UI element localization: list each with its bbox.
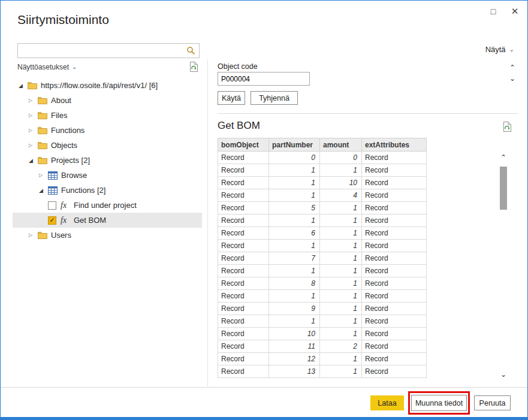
fx-glyph: fx xyxy=(61,216,67,225)
folder-icon xyxy=(38,96,49,104)
table-cell: 4 xyxy=(320,189,362,202)
display-options-dropdown[interactable]: Näyttöasetukset ⌄ xyxy=(17,63,77,71)
table-cell: Record xyxy=(362,227,427,240)
table-cell: 1 xyxy=(320,202,362,214)
table-cell: Record xyxy=(362,177,427,189)
table-cell: 1 xyxy=(320,265,362,277)
collapse-expander-icon[interactable]: ◢ xyxy=(28,158,38,164)
table-cell: 1 xyxy=(320,290,362,303)
table-cell: Record xyxy=(362,214,427,227)
tree-item-browse[interactable]: ▷Browse xyxy=(13,168,202,183)
search-input[interactable] xyxy=(18,44,182,58)
preview-table: bomObjectpartNumberamountextAttributes R… xyxy=(218,138,427,378)
folder-icon xyxy=(28,81,38,89)
scroll-up-icon[interactable]: ⌃ xyxy=(507,62,518,73)
table-row: Record91Record xyxy=(218,303,427,315)
tree-item-label: Functions xyxy=(51,126,85,135)
expand-expander-icon[interactable]: ▷ xyxy=(28,232,38,238)
table-cell: 1 xyxy=(320,164,362,177)
table-row: Record131Record xyxy=(218,365,427,378)
table-row: Record110Record xyxy=(218,177,427,189)
table-row: Record11Record xyxy=(218,164,427,177)
panel-divider xyxy=(207,59,208,386)
table-row: Record101Record xyxy=(218,328,427,340)
table-cell: Record xyxy=(218,365,269,378)
table-cell: Record xyxy=(218,290,269,303)
scrollbar-thumb[interactable] xyxy=(500,167,507,210)
scroll-down-icon[interactable]: ⌄ xyxy=(498,369,509,380)
refresh-icon[interactable] xyxy=(501,120,513,132)
table-cell: Record xyxy=(218,177,269,189)
table-row: Record51Record xyxy=(218,202,427,214)
close-button[interactable]: ✕ xyxy=(506,4,524,19)
search-icon[interactable] xyxy=(182,46,199,55)
table-cell: 1 xyxy=(320,365,362,378)
expand-expander-icon[interactable]: ▷ xyxy=(28,98,38,103)
table-icon xyxy=(48,186,59,195)
table-cell: Record xyxy=(218,315,269,328)
collapse-expander-icon[interactable]: ◢ xyxy=(38,188,48,194)
table-cell: Record xyxy=(218,214,269,227)
expand-expander-icon[interactable]: ▷ xyxy=(28,128,38,133)
table-row: Record61Record xyxy=(218,227,427,240)
table-cell: Record xyxy=(362,164,427,177)
tree-item-about[interactable]: ▷About xyxy=(13,93,202,108)
param-scrollbar: ⌃ ⌄ xyxy=(507,62,518,84)
close-icon: ✕ xyxy=(511,6,519,17)
table-cell: Record xyxy=(362,290,427,303)
table-cell: 1 xyxy=(320,353,362,365)
table-cell: Record xyxy=(362,315,427,328)
tree-item-get-bom[interactable]: ✓fxGet BOM xyxy=(13,213,202,228)
table-row: Record00Record xyxy=(218,152,427,164)
apply-button[interactable]: Käytä xyxy=(218,91,245,105)
scroll-down-icon[interactable]: ⌄ xyxy=(507,73,518,84)
refresh-icon[interactable] xyxy=(188,61,200,72)
column-header-amount: amount xyxy=(320,138,362,152)
scroll-up-icon[interactable]: ⌃ xyxy=(498,152,509,163)
tree-item-objects[interactable]: ▷Objects xyxy=(13,138,202,153)
table-cell: 10 xyxy=(269,328,320,340)
tree-item-functions-2[interactable]: ◢Functions [2] xyxy=(13,183,202,198)
tree-item-files[interactable]: ▷Files xyxy=(13,108,202,123)
table-cell: 13 xyxy=(269,365,320,378)
navigator-dialog: Siirtymistoiminto □ ✕ Näyttöasetukset ⌄ … xyxy=(0,0,528,420)
table-cell: 1 xyxy=(320,240,362,252)
tree-item-label: Browse xyxy=(61,171,87,180)
table-row: Record11Record xyxy=(218,240,427,252)
cancel-button[interactable]: Peruuta xyxy=(474,395,511,410)
tree-item-label: Files xyxy=(51,111,67,120)
view-dropdown[interactable]: Näytä ⌄ xyxy=(485,45,514,54)
table-row: Record81Record xyxy=(218,277,427,290)
tree-item-find-under-project[interactable]: fxFind under project xyxy=(13,198,202,213)
load-button[interactable]: Lataa xyxy=(370,395,404,410)
tree-item-users[interactable]: ▷Users xyxy=(13,228,202,243)
table-cell: Record xyxy=(218,353,269,365)
tree-item-functions[interactable]: ▷Functions xyxy=(13,123,202,138)
expand-expander-icon[interactable]: ▷ xyxy=(38,173,48,178)
table-cell: 0 xyxy=(269,152,320,164)
table-cell: 1 xyxy=(269,189,320,202)
tree-item-https-flow-osoite-fi-api-rest-v1-6[interactable]: ◢https://flow.osoite.fi/api/rest/v1/ [6] xyxy=(13,78,202,93)
table-cell: Record xyxy=(218,202,269,214)
table-cell: 1 xyxy=(269,164,320,177)
expand-expander-icon[interactable]: ▷ xyxy=(28,143,38,148)
checkbox-checked[interactable]: ✓ xyxy=(48,216,56,225)
table-cell: Record xyxy=(218,265,269,277)
clear-button[interactable]: Tyhjennä xyxy=(251,91,298,105)
tree-item-label: Find under project xyxy=(74,201,137,210)
table-row: Record121Record xyxy=(218,353,427,365)
table-cell: Record xyxy=(218,227,269,240)
table-head: bomObjectpartNumberamountextAttributes xyxy=(218,138,427,152)
checkbox-unchecked[interactable] xyxy=(48,201,56,210)
table-cell: 1 xyxy=(320,252,362,265)
section-divider xyxy=(218,113,518,114)
expand-expander-icon[interactable]: ▷ xyxy=(28,113,38,118)
transform-data-button[interactable]: Muunna tiedot xyxy=(411,395,467,411)
tree-item-projects-2[interactable]: ◢Projects [2] xyxy=(13,153,202,168)
table-row: Record71Record xyxy=(218,252,427,265)
chevron-down-icon: ⌄ xyxy=(72,64,77,70)
table-cell: Record xyxy=(362,340,427,353)
object-code-input[interactable] xyxy=(218,72,310,86)
collapse-expander-icon[interactable]: ◢ xyxy=(17,83,28,89)
maximize-button[interactable]: □ xyxy=(484,4,502,19)
